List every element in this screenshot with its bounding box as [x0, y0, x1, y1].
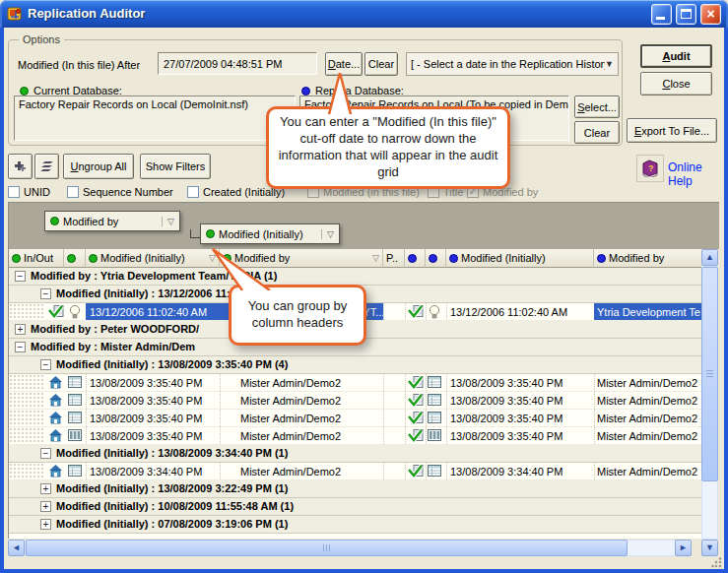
column-header-narrow-1[interactable] [64, 249, 86, 268]
green-dot-icon [89, 254, 98, 263]
home-icon [48, 393, 64, 409]
column-separator [383, 374, 384, 391]
expander-minus-icon[interactable]: − [15, 271, 26, 282]
audit-button[interactable]: Audit [640, 44, 712, 68]
column-separator [426, 427, 427, 444]
select-replica-button[interactable]: Select... [574, 96, 620, 118]
group-row-label: Modified (Initially) : 07/08/2009 3:19:0… [56, 518, 288, 530]
minimize-icon [656, 17, 665, 20]
replica-db-dot-icon [301, 87, 310, 96]
collapse-groups-button[interactable] [34, 154, 59, 179]
data-row[interactable]: 13/08/2009 3:35:40 PMMister Admin/Demo21… [9, 392, 701, 410]
ungroup-all-button[interactable]: Ungroup All [63, 154, 134, 179]
help-book-icon: ? [640, 159, 660, 177]
column-separator [405, 303, 406, 320]
modified-by-replica-cell: Mister Admin/Demo2 [594, 410, 701, 426]
column-header-modified-by[interactable]: Modified by [594, 249, 701, 268]
replication-history-value: [ - Select a date in the Replication His… [411, 58, 605, 70]
replication-history-dropdown[interactable]: [ - Select a date in the Replication His… [406, 52, 619, 76]
group-row[interactable]: +Modified (Initially) : 10/08/2009 11:55… [9, 498, 701, 516]
filter-icon[interactable]: ▽ [162, 217, 174, 226]
resize-grip[interactable] [711, 557, 723, 569]
online-help-button[interactable]: ? [636, 155, 664, 182]
group-row[interactable]: −Modified (Initially) : 13/08/2009 3:34:… [9, 445, 701, 463]
column-separator [383, 392, 384, 409]
filter-icon[interactable]: ▽ [372, 253, 379, 263]
window-border-right [724, 28, 728, 573]
scroll-right-button[interactable]: ► [675, 540, 692, 556]
columns-icon [68, 428, 84, 444]
filter-icon[interactable]: ▽ [321, 229, 334, 239]
show-filters-button[interactable]: Show Filters [140, 154, 211, 179]
window-border-bottom [0, 569, 728, 573]
close-button[interactable]: × [700, 4, 721, 25]
column-separator [426, 463, 427, 479]
column-header-narrow-5[interactable] [405, 249, 426, 268]
column-separator [405, 374, 406, 391]
data-row[interactable]: 13/08/2009 3:35:40 PMMister Admin/Demo21… [9, 427, 701, 445]
grid-icon [68, 375, 84, 391]
minimize-button[interactable] [651, 4, 672, 25]
modified-initially-current-cell: 13/08/2009 3:34:40 PM [86, 463, 220, 479]
checkbox-unid[interactable]: UNID [8, 185, 50, 199]
clear-replica-button[interactable]: Clear [574, 121, 620, 144]
group-chip-modified-by[interactable]: Modified by ▽ [44, 211, 180, 231]
group-row[interactable]: +Modified (Initially) : 07/08/2009 3:19:… [9, 516, 701, 534]
grid-icon [428, 411, 443, 426]
expander-minus-icon[interactable]: − [40, 359, 51, 370]
export-to-file-button[interactable]: Export To File... [627, 118, 717, 143]
online-help-link[interactable]: Online Help [668, 160, 728, 188]
modified-by-replica-cell: Ytria Development Te [594, 303, 701, 320]
bulb-icon [428, 304, 443, 320]
modified-initially-current-cell: 13/08/2009 3:35:40 PM [86, 427, 220, 444]
column-separator [405, 410, 406, 426]
expander-minus-icon[interactable]: − [40, 288, 51, 299]
svg-text:?: ? [648, 163, 654, 173]
checkbox-box-icon [8, 186, 20, 198]
modified-by-current-cell: Mister Admin/Demo2 [220, 410, 383, 426]
group-row-label: Modified (Initially) : 13/08/2009 3:22:4… [56, 482, 288, 494]
column-separator [383, 410, 384, 426]
expander-minus-icon[interactable]: − [40, 448, 51, 459]
db-in-icon [408, 304, 424, 320]
group-row[interactable]: +Modified (Initially) : 13/08/2009 3:22:… [9, 480, 701, 498]
clear-date-button[interactable]: Clear [364, 52, 398, 76]
checkbox-sequence-number[interactable]: Sequence Number [67, 185, 173, 199]
close-dialog-button[interactable]: Close [640, 72, 712, 96]
home-icon [48, 375, 64, 391]
modified-after-label: Modified (In this file) After [18, 59, 140, 71]
app-icon [7, 6, 23, 22]
column-header-modified-initially-[interactable]: Modified (Initially)▽ [86, 249, 220, 268]
group-chip-modified-initially[interactable]: Modified (Initially) ▽ [200, 223, 340, 244]
column-separator [426, 303, 427, 320]
column-header-in-out[interactable]: In/Out [9, 249, 64, 268]
data-row[interactable]: 13/08/2009 3:35:40 PMMister Admin/Demo21… [9, 374, 701, 392]
group-row-label: Modified by : Mister Admin/Dem [31, 341, 195, 352]
expander-plus-icon[interactable]: + [40, 483, 51, 494]
group-row[interactable]: −Modified by : Ytria Development Team/YT… [9, 268, 701, 286]
column-header-narrow-6[interactable] [426, 249, 446, 268]
data-row[interactable]: 13/08/2009 3:34:40 PMMister Admin/Demo21… [9, 463, 701, 480]
expander-plus-icon[interactable]: + [40, 501, 51, 512]
expander-minus-icon[interactable]: − [15, 342, 26, 352]
modified-by-current-cell: Mister Admin/Demo2 [220, 392, 383, 409]
scroll-up-button[interactable]: ▲ [701, 249, 718, 266]
group-row[interactable]: −Modified (Initially) : 13/08/2009 3:35:… [9, 356, 701, 374]
expander-plus-icon[interactable]: + [15, 324, 26, 335]
scroll-down-button[interactable]: ▼ [701, 540, 718, 556]
column-separator [405, 392, 406, 409]
vertical-scroll-thumb[interactable] [701, 267, 718, 481]
callout-text: You can group by column headers [239, 298, 356, 332]
column-header-p-[interactable]: P.. [383, 249, 405, 268]
blue-dot-icon [597, 254, 606, 263]
scroll-left-button[interactable]: ◄ [8, 540, 25, 556]
window-title: Replication Auditor [28, 6, 145, 21]
horizontal-scroll-thumb[interactable] [26, 540, 628, 556]
modified-after-field[interactable]: 27/07/2009 04:48:51 PM [158, 52, 317, 75]
data-row[interactable]: 13/08/2009 3:35:40 PMMister Admin/Demo21… [9, 410, 701, 427]
expander-plus-icon[interactable]: + [40, 519, 51, 530]
expand-groups-button[interactable] [8, 154, 33, 179]
maximize-button[interactable] [676, 4, 696, 25]
column-header-modified-initially-[interactable]: Modified (Initially) [446, 249, 594, 268]
modified-initially-current-cell: 13/08/2009 3:35:40 PM [86, 374, 220, 391]
